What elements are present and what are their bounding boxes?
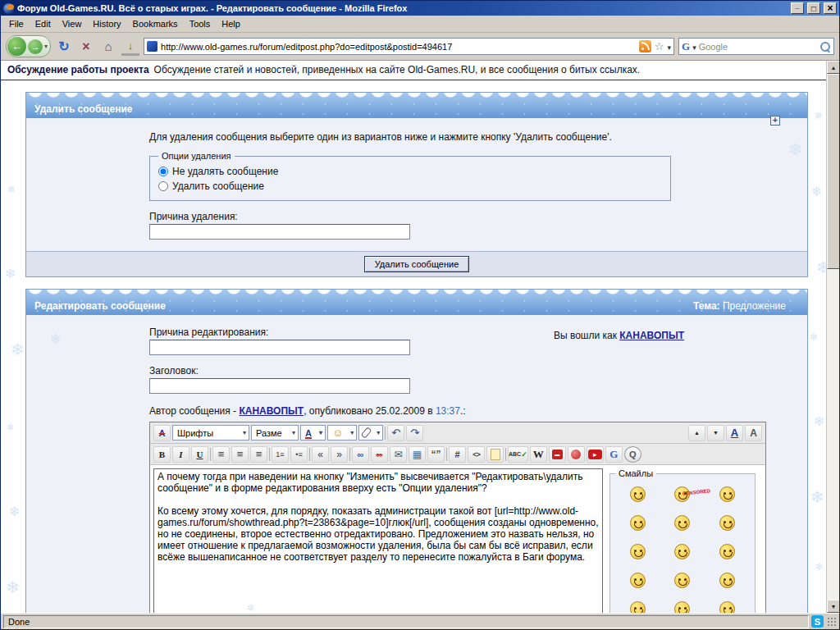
font-select[interactable]: Шрифты: [172, 425, 249, 441]
search-engine-dropdown-icon[interactable]: [692, 42, 696, 52]
bold-button[interactable]: B: [153, 446, 171, 463]
stop-button[interactable]: [77, 38, 95, 56]
minimize-button[interactable]: [791, 2, 804, 14]
menu-item-tools[interactable]: Tools: [184, 16, 217, 31]
author-username-link[interactable]: КАНАВОПЫТ: [239, 405, 304, 417]
censored-smiley[interactable]: CENSORED: [674, 486, 690, 502]
italic-button[interactable]: I: [172, 446, 189, 463]
rutube-button[interactable]: [568, 446, 585, 463]
keep-message-radio[interactable]: [158, 167, 168, 176]
delete-message-label: Удалить сообщение: [172, 180, 264, 192]
toolbar-spacer: [425, 425, 687, 441]
image-button[interactable]: [409, 446, 426, 463]
remove-link-button[interactable]: [371, 446, 388, 463]
resize-up-button[interactable]: [688, 425, 705, 441]
history-dropdown-icon[interactable]: [44, 43, 48, 50]
email-button[interactable]: [390, 446, 407, 463]
grouphug-smiley[interactable]: [719, 573, 735, 588]
search-input[interactable]: [699, 42, 817, 52]
url-input[interactable]: [161, 39, 636, 53]
size-select[interactable]: Разме: [251, 425, 299, 441]
menu-item-history[interactable]: History: [87, 16, 126, 31]
scroll-down-button[interactable]: [827, 600, 839, 613]
download-button[interactable]: [121, 38, 139, 56]
google-button[interactable]: G: [605, 446, 623, 463]
censor-button[interactable]: [549, 446, 566, 463]
align-center-button[interactable]: [231, 446, 249, 463]
resize-down-button[interactable]: [707, 425, 724, 441]
crab-smiley[interactable]: [674, 601, 690, 613]
ordered-list-button[interactable]: [272, 446, 289, 463]
menu-item-bookmarks[interactable]: Bookmarks: [127, 16, 184, 31]
edit-reason-input[interactable]: [149, 340, 410, 355]
quotes-button[interactable]: Q: [624, 446, 641, 463]
snowflake-decoration: ❄: [810, 487, 824, 507]
back-button[interactable]: [7, 37, 26, 56]
google-logo-icon[interactable]: G: [682, 40, 690, 53]
indent-button[interactable]: [331, 446, 348, 463]
page-scrollbar[interactable]: [826, 61, 839, 613]
remove-format-button[interactable]: A: [153, 425, 171, 441]
delete-message-radio[interactable]: [158, 181, 168, 191]
bookmark-star-icon[interactable]: [655, 40, 664, 52]
wink-smiley[interactable]: [630, 544, 646, 559]
scrollbar-thumb[interactable]: [827, 74, 839, 269]
subject-input[interactable]: [149, 378, 410, 394]
unordered-list-button[interactable]: [290, 446, 308, 463]
message-textarea[interactable]: А почему тогда при наведении на кнопку "…: [153, 468, 603, 613]
code-button[interactable]: <>: [468, 446, 485, 463]
logged-in-username-link[interactable]: КАНАВОПЫТ: [619, 330, 684, 341]
collapse-panel-button[interactable]: [770, 116, 780, 126]
delete-panel-body: Для удаления сообщения выберите один из …: [26, 118, 807, 251]
close-button[interactable]: [824, 2, 837, 14]
smile-smiley[interactable]: [630, 515, 646, 531]
align-right-button[interactable]: [250, 446, 267, 463]
note-button[interactable]: [486, 446, 504, 463]
menu-item-file[interactable]: File: [3, 16, 30, 31]
delete-submit-button[interactable]: Удалить сообщение: [364, 256, 470, 272]
wiki-button[interactable]: W: [530, 446, 547, 463]
keep-message-option[interactable]: Не удалять сообщение: [158, 166, 662, 177]
menu-item-view[interactable]: View: [57, 16, 88, 31]
wacko-smiley[interactable]: [674, 515, 690, 531]
spellcheck-button[interactable]: ABC: [508, 446, 528, 463]
source-mode-button[interactable]: A: [745, 425, 762, 441]
scroll-up-button[interactable]: [827, 61, 839, 74]
menu-item-edit[interactable]: Edit: [30, 16, 57, 31]
font-color-select[interactable]: A: [300, 425, 326, 441]
smiley-select[interactable]: [327, 425, 357, 441]
maximize-button[interactable]: [807, 2, 820, 14]
reload-button[interactable]: [55, 38, 73, 56]
attach-select[interactable]: [358, 425, 383, 441]
forward-button[interactable]: [28, 39, 43, 54]
forum-section-title[interactable]: Обсуждение работы проекта: [7, 64, 149, 75]
rss-icon[interactable]: [639, 40, 651, 52]
url-dropdown-icon[interactable]: [667, 42, 671, 52]
delete-message-option[interactable]: Удалить сообщение: [158, 180, 662, 192]
redo-button[interactable]: [406, 425, 423, 441]
align-left-button[interactable]: [212, 446, 230, 463]
search-magnifier-icon[interactable]: [819, 41, 831, 52]
skull-smiley[interactable]: [630, 601, 646, 613]
angry-smiley[interactable]: [674, 573, 690, 588]
read-smiley[interactable]: [674, 544, 690, 559]
hash-button[interactable]: #: [449, 446, 466, 463]
skype-icon[interactable]: S: [811, 615, 824, 628]
rolleyes-smiley[interactable]: [719, 544, 735, 559]
menu-item-help[interactable]: Help: [216, 16, 246, 31]
underline-button[interactable]: U: [191, 446, 208, 463]
idea-smiley[interactable]: [719, 486, 735, 502]
dynamite-smiley[interactable]: [719, 601, 735, 613]
youtube-button[interactable]: [587, 446, 604, 463]
delete-reason-input[interactable]: [149, 224, 410, 240]
blush-smiley[interactable]: [719, 515, 735, 531]
quote-button[interactable]: [427, 446, 445, 463]
switch-editor-button[interactable]: A: [726, 425, 743, 441]
biggrin-smiley[interactable]: [630, 486, 646, 502]
home-button[interactable]: [99, 38, 117, 56]
pirate-smiley[interactable]: [630, 573, 646, 588]
resize-grip[interactable]: [826, 616, 837, 627]
outdent-button[interactable]: [312, 446, 329, 463]
insert-link-button[interactable]: [352, 446, 369, 463]
undo-button[interactable]: [387, 425, 404, 441]
